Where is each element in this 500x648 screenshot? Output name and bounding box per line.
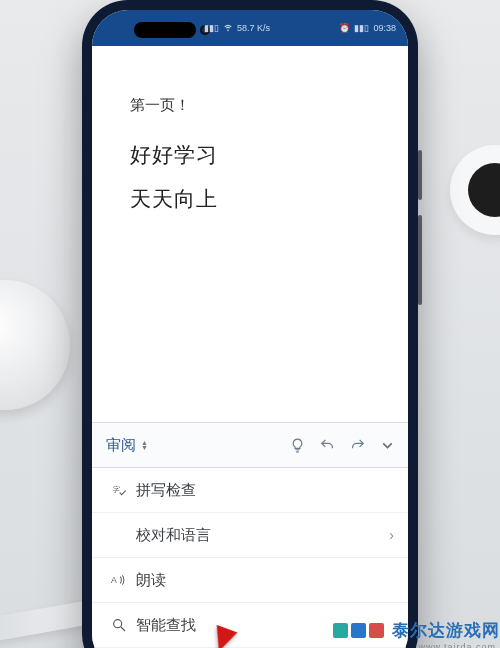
tab-switch-icon: ▲▼: [141, 440, 148, 450]
chevron-right-icon: ›: [389, 527, 394, 543]
doc-line-big-1: 好好学习: [130, 141, 370, 169]
camera-pill: [134, 22, 196, 38]
phone-side-button: [418, 215, 422, 305]
undo-icon[interactable]: [312, 430, 342, 460]
watermark-brand: 泰尔达游戏网: [392, 619, 500, 642]
svg-text:字: 字: [112, 485, 120, 494]
read-aloud-icon: A: [106, 572, 132, 588]
menu-item-label: 校对和语言: [136, 526, 389, 545]
tab-label: 审阅: [106, 436, 136, 455]
document-page[interactable]: 第一页！ 好好学习 天天向上: [106, 60, 394, 380]
alarm-icon: ⏰: [339, 23, 350, 33]
phone-side-button: [418, 150, 422, 200]
doc-line-small: 第一页！: [130, 96, 370, 115]
prop-earbuds-case: [0, 280, 70, 410]
net-speed: 58.7 K/s: [237, 23, 270, 33]
svg-text:A: A: [111, 575, 117, 585]
doc-line-big-2: 天天向上: [130, 185, 370, 213]
redo-icon[interactable]: [342, 430, 372, 460]
tell-me-icon[interactable]: [282, 430, 312, 460]
menu-item-label: 拼写检查: [136, 481, 394, 500]
menu-item-label: 朗读: [136, 571, 394, 590]
svg-point-2: [114, 620, 122, 628]
spellcheck-icon: 字: [106, 482, 132, 498]
status-bar: ▮▮▯ 58.7 K/s ⏰ ▮▮▯ 09:38: [92, 10, 408, 46]
phone-screen: ▮▮▯ 58.7 K/s ⏰ ▮▮▯ 09:38 第一页！ 好好学习 天天向上: [92, 10, 408, 648]
menu-read-aloud[interactable]: A 朗读: [92, 558, 408, 603]
svg-line-3: [121, 627, 125, 631]
menu-spellcheck[interactable]: 字 拼写检查: [92, 468, 408, 513]
watermark: 泰尔达游戏网 www.tairda.com: [330, 619, 500, 642]
watermark-logo: [330, 623, 384, 638]
clock-text: 09:38: [373, 23, 396, 33]
phone-frame: ▮▮▯ 58.7 K/s ⏰ ▮▮▯ 09:38 第一页！ 好好学习 天天向上: [82, 0, 418, 648]
wifi-icon: [223, 22, 233, 34]
prop-coffee-cup: [450, 145, 500, 235]
collapse-ribbon-icon[interactable]: [372, 430, 402, 460]
tab-review[interactable]: 审阅 ▲▼: [98, 432, 156, 459]
ribbon-toolbar: 审阅 ▲▼: [92, 422, 408, 468]
watermark-domain: www.tairda.com: [418, 642, 496, 648]
signal-icon: ▮▮▯: [204, 23, 219, 33]
search-icon: [106, 617, 132, 633]
battery-icon: ▮▮▯: [354, 23, 369, 33]
document-area[interactable]: 第一页！ 好好学习 天天向上: [92, 60, 408, 422]
menu-proofing-language[interactable]: 校对和语言 ›: [92, 513, 408, 558]
